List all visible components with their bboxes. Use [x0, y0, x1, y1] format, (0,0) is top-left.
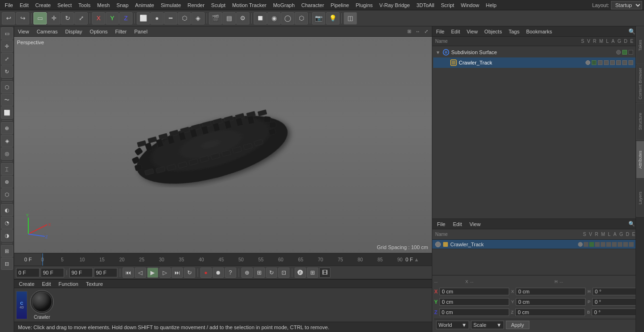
menu-3dtoall[interactable]: 3DToAll [413, 1, 437, 9]
select-rect-button[interactable]: ▭ [33, 12, 47, 24]
mat-menu-function[interactable]: Function [57, 280, 80, 288]
goto-end-button[interactable]: ⏭ [172, 267, 183, 278]
menu-window[interactable]: Window [458, 1, 482, 9]
menu-mograph[interactable]: MoGraph [270, 1, 297, 9]
viewport-3d[interactable]: X Y Z Perspective Grid Spacing : 100 cm [14, 37, 432, 253]
vp-menu-view[interactable]: View [16, 28, 31, 35]
render-settings-button[interactable]: ⚙ [236, 12, 249, 24]
tab-structure[interactable]: Structure [636, 103, 644, 140]
all-key-button[interactable]: ⊡ [278, 267, 289, 278]
coord-y-rot[interactable] [516, 298, 586, 306]
uv-mode-button[interactable]: ◈ [191, 12, 205, 24]
menu-vray[interactable]: V-Ray Bridge [377, 1, 413, 9]
tab-attributes[interactable]: Attributes [636, 141, 644, 178]
tab-content-browser[interactable]: Content Browser [636, 65, 644, 102]
apply-button[interactable]: Apply [506, 321, 529, 329]
tool-effector[interactable]: ◎ [1, 147, 13, 160]
keyframe-button[interactable]: 🅐 [295, 267, 306, 278]
mat-menu-create[interactable]: Create [17, 280, 36, 288]
menu-help[interactable]: Help [483, 1, 500, 9]
menu-sculpt[interactable]: Sculpt [208, 1, 229, 9]
menu-mesh[interactable]: Mesh [94, 1, 113, 9]
edge-mode-button[interactable]: ━ [164, 12, 177, 24]
scale-key-button[interactable]: ⊞ [254, 267, 265, 278]
tab-layers[interactable]: Layers [636, 179, 644, 217]
obj-search-icon[interactable]: 🔍 [628, 28, 636, 35]
goto-start-button[interactable]: ⏮ [123, 267, 134, 278]
attr-menu-edit[interactable]: Edit [451, 220, 464, 228]
scale-button[interactable]: ⤢ [74, 12, 88, 24]
coord-z-pos[interactable] [439, 308, 509, 316]
redo-button[interactable]: ↪ [16, 12, 29, 24]
transport-end-field[interactable] [41, 268, 64, 277]
transport-start-field[interactable] [16, 268, 40, 277]
obj-menu-bookmarks[interactable]: Bookmarks [524, 28, 554, 35]
obj-menu-tags[interactable]: Tags [507, 28, 521, 35]
crawler-material-slot[interactable]: Crawler [30, 290, 54, 320]
play-forward-button[interactable]: ▶ [147, 267, 158, 278]
timeline-ruler[interactable]: 0 5 10 15 20 25 30 35 40 45 50 55 60 65 … [42, 253, 404, 266]
step-back-button[interactable]: ◁ [135, 267, 146, 278]
tool-knife[interactable]: ⌶ [1, 163, 13, 175]
poly-mode-button[interactable]: ⬡ [178, 12, 191, 24]
menu-script[interactable]: Script [438, 1, 457, 9]
tool-select[interactable]: ▭ [1, 27, 13, 40]
tool-sculpt[interactable]: ◑ [1, 229, 13, 242]
light-button[interactable]: 💡 [326, 12, 339, 24]
film-button[interactable]: 🎞 [319, 267, 330, 278]
snap-settings-button[interactable]: ◉ [267, 12, 281, 24]
snap-button[interactable]: 🔲 [254, 12, 267, 24]
menu-create[interactable]: Create [33, 1, 54, 9]
vp-menu-filter[interactable]: Filter [113, 28, 128, 35]
vp-icon-3[interactable]: ⤢ [422, 28, 430, 35]
obj-menu-file[interactable]: File [434, 28, 446, 35]
obj-menu-objects[interactable]: Objects [482, 28, 504, 35]
rotate-button[interactable]: ↻ [61, 12, 74, 24]
tool-rotate[interactable]: ↻ [1, 65, 13, 78]
attr-search-icon[interactable]: 🔍 [628, 221, 635, 227]
scale-dropdown[interactable]: Scale ▼ [471, 321, 504, 329]
layout-dropdown[interactable]: Startup [611, 1, 642, 9]
menu-snap[interactable]: Snap [114, 1, 132, 9]
coord-x-pos[interactable] [439, 288, 509, 295]
rot-key-button[interactable]: ↻ [266, 267, 277, 278]
tool-spline[interactable]: 〜 [1, 94, 13, 106]
obj-menu-view[interactable]: View [465, 28, 480, 35]
transport-preview-start[interactable] [69, 268, 93, 277]
tool-boolean[interactable]: ⊕ [1, 122, 13, 134]
tool-extrude[interactable]: ⬡ [1, 188, 13, 201]
camera-button[interactable]: 📷 [312, 12, 325, 24]
sym-button[interactable]: ⬡ [295, 12, 308, 24]
vp-icon-1[interactable]: ⊞ [405, 28, 413, 35]
obj-row-subdivision[interactable]: ▼ Subdivision Surface ⋮ [433, 47, 643, 57]
menu-edit[interactable]: Edit [17, 1, 32, 9]
menu-select[interactable]: Select [55, 1, 75, 9]
object-mode-button[interactable]: ⬜ [137, 12, 150, 24]
coord-x-rot[interactable] [516, 288, 586, 295]
transport-preview-end[interactable] [94, 268, 117, 277]
attr-menu-file[interactable]: File [435, 220, 447, 228]
vp-menu-display[interactable]: Display [63, 28, 84, 35]
render-button[interactable]: 🎬 [209, 12, 222, 24]
menu-tools[interactable]: Tools [75, 1, 93, 9]
tool-deformer[interactable]: ◈ [1, 135, 13, 147]
move-button[interactable]: ✛ [47, 12, 60, 24]
vp-menu-panel[interactable]: Panel [132, 28, 149, 35]
axis-z-button[interactable]: Z [119, 12, 132, 24]
menu-plugins[interactable]: Plugins [353, 1, 375, 9]
tool-misc-2[interactable]: ⊟ [1, 258, 13, 270]
help-button[interactable]: ? [225, 267, 236, 278]
axis-x-button[interactable]: X [92, 12, 105, 24]
menu-animate[interactable]: Animate [132, 1, 157, 9]
menu-simulate[interactable]: Simulate [158, 1, 184, 9]
soft-sel-button[interactable]: ◯ [281, 12, 294, 24]
auto-key-button[interactable]: ⏺ [213, 267, 224, 278]
loop-button[interactable]: ↻ [184, 267, 195, 278]
crawler-material-sphere[interactable] [30, 290, 54, 314]
world-dropdown[interactable]: World ▼ [436, 321, 469, 329]
tool-brush[interactable]: ⊗ [1, 176, 13, 188]
render-region-button[interactable]: ▤ [223, 12, 236, 24]
vp-icon-2[interactable]: ↔ [414, 28, 421, 35]
coord-z-rot[interactable] [515, 308, 585, 316]
mat-menu-edit[interactable]: Edit [40, 280, 53, 288]
